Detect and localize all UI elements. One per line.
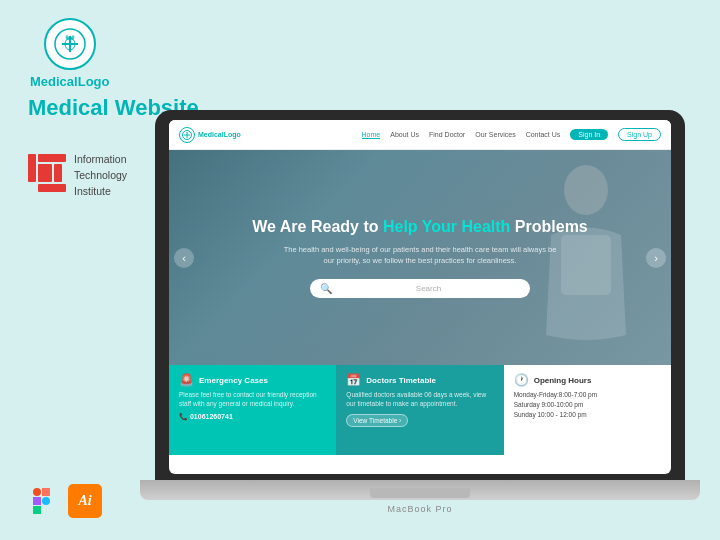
carousel-prev-button[interactable]: ‹ xyxy=(174,248,194,268)
svg-point-13 xyxy=(42,497,50,505)
hours-card: 🕐 Opening Hours Monday-Friday:8:00-7:00 … xyxy=(504,365,671,455)
hero-content: We Are Ready to Help Your Health Problem… xyxy=(192,217,648,297)
emergency-card: 🚨 Emergency Cases Please feel free to co… xyxy=(169,365,336,455)
timetable-icon: 📅 xyxy=(346,373,361,387)
medical-logo-icon xyxy=(54,28,86,60)
phone-icon: 📞 xyxy=(179,413,190,420)
logo-circle xyxy=(44,18,96,70)
emergency-icon: 🚨 xyxy=(179,373,194,387)
svg-rect-10 xyxy=(33,497,41,505)
emergency-card-header: 🚨 Emergency Cases xyxy=(179,373,326,387)
top-logo-text: MedicalLogo xyxy=(30,74,109,89)
nav-contact[interactable]: Contact Us xyxy=(526,131,561,138)
laptop-base: MacBook Pro xyxy=(140,480,700,500)
site-logo-text: MedicalLogo xyxy=(198,131,241,138)
hero-subtitle: The health and well-being of our patient… xyxy=(280,244,560,267)
laptop-model-label: MacBook Pro xyxy=(387,504,452,514)
svg-point-17 xyxy=(564,165,608,215)
svg-rect-4 xyxy=(28,154,36,182)
laptop-body: MedicalLogo Home About Us Find Doctor Ou… xyxy=(155,110,685,480)
nav-find-doctor[interactable]: Find Doctor xyxy=(429,131,465,138)
hours-icon: 🕐 xyxy=(514,373,529,387)
hero-title: We Are Ready to Help Your Health Problem… xyxy=(252,217,588,238)
top-logo-section: MedicalLogo xyxy=(30,18,109,89)
carousel-next-button[interactable]: › xyxy=(646,248,666,268)
hero-section: ‹ › We Are Ready to Help Your Health Pro… xyxy=(169,150,671,365)
svg-rect-8 xyxy=(54,164,62,182)
hero-search-bar[interactable]: 🔍 Search xyxy=(310,279,530,298)
hours-details: Monday-Friday:8:00-7:00 pm Saturday 9:00… xyxy=(514,390,661,419)
nav-about[interactable]: About Us xyxy=(390,131,419,138)
laptop-wrapper: MedicalLogo Home About Us Find Doctor Ou… xyxy=(155,110,710,530)
timetable-title: Doctors Timetable xyxy=(366,376,436,385)
signin-button[interactable]: Sign In xyxy=(570,129,608,140)
svg-rect-7 xyxy=(38,184,66,192)
emergency-phone: 📞 01061260741 xyxy=(179,413,326,421)
timetable-card: 📅 Doctors Timetable Qualified doctors av… xyxy=(336,365,503,455)
hours-title: Opening Hours xyxy=(534,376,592,385)
svg-rect-11 xyxy=(33,506,41,514)
view-timetable-button[interactable]: View Timetable › xyxy=(346,414,408,427)
svg-rect-6 xyxy=(38,164,52,182)
nav-home[interactable]: Home xyxy=(362,131,381,139)
laptop-trackpad-notch xyxy=(370,488,470,498)
signup-button[interactable]: Sign Up xyxy=(618,128,661,141)
hours-card-header: 🕐 Opening Hours xyxy=(514,373,661,387)
svg-rect-5 xyxy=(38,154,66,162)
tool-icons-section: Ai xyxy=(28,484,102,518)
iti-section: Information Technology Institute xyxy=(28,152,127,199)
figma-icon xyxy=(28,486,58,516)
emergency-text: Please feel free to contact our friendly… xyxy=(179,390,326,408)
site-logo: MedicalLogo xyxy=(179,127,241,143)
nav-links: Home About Us Find Doctor Our Services C… xyxy=(362,128,661,141)
timetable-card-header: 📅 Doctors Timetable xyxy=(346,373,493,387)
search-placeholder[interactable]: Search xyxy=(337,284,520,293)
site-navbar: MedicalLogo Home About Us Find Doctor Ou… xyxy=(169,120,671,150)
site-logo-mini-icon xyxy=(182,130,192,140)
site-logo-circle xyxy=(179,127,195,143)
iti-logo-icon xyxy=(28,154,66,198)
svg-rect-12 xyxy=(42,488,50,496)
info-cards-section: 🚨 Emergency Cases Please feel free to co… xyxy=(169,365,671,455)
laptop-screen: MedicalLogo Home About Us Find Doctor Ou… xyxy=(169,120,671,474)
search-icon: 🔍 xyxy=(320,283,332,294)
emergency-title: Emergency Cases xyxy=(199,376,268,385)
nav-services[interactable]: Our Services xyxy=(475,131,515,138)
iti-label: Information Technology Institute xyxy=(74,152,127,199)
timetable-text: Qualified doctors available 06 days a we… xyxy=(346,390,493,408)
illustrator-icon: Ai xyxy=(68,484,102,518)
svg-rect-9 xyxy=(33,488,41,496)
